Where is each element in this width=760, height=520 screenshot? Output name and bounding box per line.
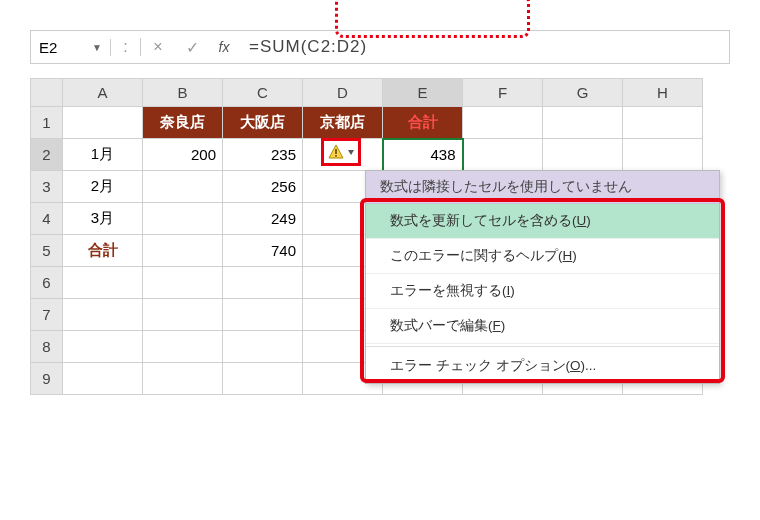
cell-C3[interactable]: 256 [223, 171, 303, 203]
col-header-F[interactable]: F [463, 79, 543, 107]
row-header-6[interactable]: 6 [31, 267, 63, 299]
cell-A5[interactable]: 合計 [63, 235, 143, 267]
row-header-3[interactable]: 3 [31, 171, 63, 203]
row-header-4[interactable]: 4 [31, 203, 63, 235]
col-header-G[interactable]: G [543, 79, 623, 107]
col-header-C[interactable]: C [223, 79, 303, 107]
col-header-B[interactable]: B [143, 79, 223, 107]
cell-A6[interactable] [63, 267, 143, 299]
cell-B9[interactable] [143, 363, 223, 395]
cell-C6[interactable] [223, 267, 303, 299]
cell-B4[interactable] [143, 203, 223, 235]
menu-item-options[interactable]: エラー チェック オプション(O)... [366, 349, 719, 383]
formula-input[interactable]: =SUM(C2:D2) [239, 37, 729, 57]
cell-A1[interactable] [63, 107, 143, 139]
cell-C4[interactable]: 249 [223, 203, 303, 235]
spreadsheet-grid[interactable]: A B C D E F G H 1 奈良店 大阪店 京都店 合計 [30, 78, 730, 395]
error-smart-tag[interactable] [321, 138, 361, 166]
svg-rect-2 [335, 155, 337, 157]
col-header-D[interactable]: D [303, 79, 383, 107]
row-header-5[interactable]: 5 [31, 235, 63, 267]
cell-F1[interactable] [463, 107, 543, 139]
cell-B8[interactable] [143, 331, 223, 363]
chevron-down-icon[interactable]: ▼ [92, 42, 102, 53]
row-header-1[interactable]: 1 [31, 107, 63, 139]
select-all-corner[interactable] [31, 79, 63, 107]
fx-icon[interactable]: fx [209, 39, 239, 55]
cancel-icon[interactable]: × [141, 38, 175, 56]
menu-separator [366, 346, 719, 347]
row-header-2[interactable]: 2 [31, 139, 63, 171]
cell-C1[interactable]: 大阪店 [223, 107, 303, 139]
cell-B6[interactable] [143, 267, 223, 299]
row-header-7[interactable]: 7 [31, 299, 63, 331]
highlight-formula [335, 0, 530, 38]
name-box[interactable]: E2 ▼ [31, 39, 111, 56]
row-header-9[interactable]: 9 [31, 363, 63, 395]
cell-G1[interactable] [543, 107, 623, 139]
cell-F2[interactable] [463, 139, 543, 171]
menu-item-update-formula[interactable]: 数式を更新してセルを含める(U) [366, 204, 719, 239]
cell-C2[interactable]: 235 [223, 139, 303, 171]
name-box-value: E2 [39, 39, 57, 56]
cell-A8[interactable] [63, 331, 143, 363]
cell-C7[interactable] [223, 299, 303, 331]
cell-B1[interactable]: 奈良店 [143, 107, 223, 139]
cell-H1[interactable] [623, 107, 703, 139]
col-header-E[interactable]: E [383, 79, 463, 107]
menu-header: 数式は隣接したセルを使用していません [366, 171, 719, 204]
cell-C9[interactable] [223, 363, 303, 395]
cell-E2[interactable]: 438 [383, 139, 463, 171]
row-header-8[interactable]: 8 [31, 331, 63, 363]
cell-A2[interactable]: 1月 [63, 139, 143, 171]
confirm-icon[interactable]: ✓ [175, 38, 209, 57]
cell-C5[interactable]: 740 [223, 235, 303, 267]
cell-A9[interactable] [63, 363, 143, 395]
cell-B7[interactable] [143, 299, 223, 331]
col-header-A[interactable]: A [63, 79, 143, 107]
warning-icon [328, 144, 344, 160]
cell-A7[interactable] [63, 299, 143, 331]
cell-C8[interactable] [223, 331, 303, 363]
error-context-menu: 数式は隣接したセルを使用していません 数式を更新してセルを含める(U) このエラ… [365, 170, 720, 384]
cell-B2[interactable]: 200 [143, 139, 223, 171]
cell-B5[interactable] [143, 235, 223, 267]
svg-rect-1 [335, 149, 337, 154]
expand-icon[interactable]: : [111, 38, 141, 56]
col-header-H[interactable]: H [623, 79, 703, 107]
menu-item-edit-formula-bar[interactable]: 数式バーで編集(F) [366, 309, 719, 344]
menu-item-ignore[interactable]: エラーを無視する(I) [366, 274, 719, 309]
chevron-down-icon [348, 150, 354, 155]
cell-B3[interactable] [143, 171, 223, 203]
cell-G2[interactable] [543, 139, 623, 171]
cell-D1[interactable]: 京都店 [303, 107, 383, 139]
cell-A4[interactable]: 3月 [63, 203, 143, 235]
menu-item-help[interactable]: このエラーに関するヘルプ(H) [366, 239, 719, 274]
cell-A3[interactable]: 2月 [63, 171, 143, 203]
cell-H2[interactable] [623, 139, 703, 171]
cell-E1[interactable]: 合計 [383, 107, 463, 139]
